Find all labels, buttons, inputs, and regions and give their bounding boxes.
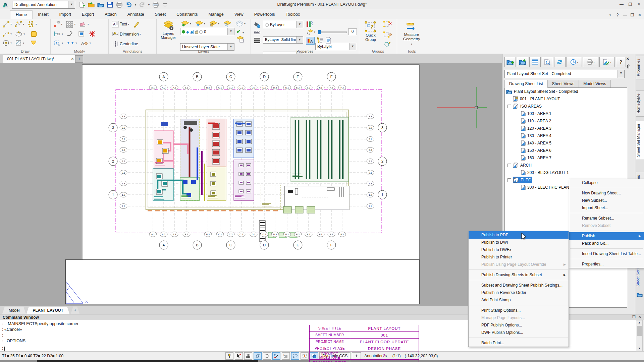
cone-icon[interactable] [30, 39, 37, 47]
converge-icon[interactable] [66, 39, 75, 47]
ribbon-tab-toolbox[interactable]: Toolbox [280, 10, 305, 19]
new-document-tab-button[interactable]: + [75, 55, 83, 63]
tree-item-160-area-7[interactable]: 160 - AREA 7 [505, 154, 627, 162]
panel-tab-sheet-views[interactable]: Sheet Views [547, 80, 579, 88]
grid-toggle[interactable] [244, 352, 252, 360]
layer-combo[interactable]: ◆ ◆ 0 ▼ [180, 28, 234, 35]
polygon-icon[interactable] [30, 30, 37, 38]
hatch-caret-icon[interactable]: ▾ [23, 42, 24, 45]
menu-item-new-drawing-sheet[interactable]: New Drawing Sheet... [569, 189, 644, 197]
close-button[interactable]: ✕ [635, 0, 643, 9]
layer-transparency-caret-icon[interactable]: ▾ [314, 31, 315, 34]
scroll-up-icon[interactable]: ▲ [636, 320, 642, 325]
color-combo-caret-icon[interactable]: ▼ [296, 21, 303, 28]
esnap-toggle[interactable]: E [272, 352, 280, 360]
annotation-note-icon[interactable] [316, 37, 323, 45]
converge-caret-icon[interactable]: ▾ [75, 42, 77, 45]
line-icon[interactable] [2, 20, 10, 28]
snap-toggle[interactable] [225, 352, 233, 360]
menu-item-new-subset[interactable]: New Subset... [569, 197, 644, 204]
ellipse-caret-icon[interactable]: ▾ [23, 33, 25, 36]
side-tab-properties[interactable]: Properties [636, 56, 644, 79]
linestyle-tool-icon[interactable] [254, 30, 261, 36]
layer-apply-icon[interactable]: ✔ [236, 28, 241, 35]
ortho-toggle[interactable] [254, 352, 262, 360]
text-caret-icon[interactable]: ▾ [128, 23, 129, 26]
center-mark-icon[interactable] [53, 39, 61, 47]
layers-manager-button[interactable]: Layers Manager [159, 20, 178, 40]
quick-group-button[interactable]: Quick Group [360, 20, 381, 42]
tab-model[interactable]: Model [2, 307, 26, 315]
ellipse-icon[interactable] [15, 30, 23, 38]
tree-item-140-area-5[interactable]: 140 - AREA 5 [505, 139, 627, 147]
side-tab-sheet-set-manager[interactable]: Sheet Set Manager [636, 121, 644, 160]
text-icon[interactable]: A [112, 21, 119, 27]
edit-group-icon[interactable] [383, 31, 392, 39]
frame-toggle[interactable] [301, 352, 309, 360]
panel-close-icon[interactable]: ✕ [626, 56, 630, 61]
ribbon-tab-import[interactable]: Import [54, 10, 76, 19]
tree-item-130-area-4[interactable]: 130 - AREA 4 [505, 132, 627, 139]
transparency-input[interactable]: 0 [348, 28, 357, 35]
panel-pin-icon[interactable] [626, 64, 630, 70]
sheet-set-dropdown-caret-icon[interactable]: ▼ [618, 70, 624, 78]
image-frame-icon[interactable] [77, 30, 86, 38]
layer-preview-icon[interactable] [235, 20, 244, 26]
layer-lock-icon[interactable] [209, 20, 217, 26]
tree-item-arch[interactable]: ARCH [505, 162, 627, 169]
center-mark-caret-icon[interactable]: ▾ [62, 42, 63, 45]
color-combo[interactable]: ByLayer ▼ [263, 21, 303, 28]
ungroup-icon[interactable] [383, 20, 392, 29]
sheet-set-dropdown[interactable]: Plant Layout Sheet Set - Completed ▼ [504, 70, 625, 78]
ribbon-tab-export[interactable]: Export [76, 10, 99, 19]
menu-item-rename-subset[interactable]: Rename Subset... [569, 215, 644, 222]
ribbon-tab-insert[interactable]: Insert [33, 10, 54, 19]
delete-caret-icon[interactable]: ▾ [88, 23, 89, 26]
ribbon-tab-view[interactable]: View [229, 10, 249, 19]
layer-find-icon[interactable] [223, 20, 231, 26]
sheet-list-table-button[interactable] [529, 57, 541, 67]
layer-hide-caret-icon[interactable]: ▾ [190, 22, 191, 25]
dimension-icon[interactable] [112, 31, 119, 38]
menu-item-publish-to-dwf[interactable]: Publish to DWF [469, 239, 569, 246]
centerline-label[interactable]: Centerline [120, 42, 138, 46]
delete-icon[interactable] [79, 20, 87, 28]
edit-annotation-caret-icon[interactable]: ▾ [90, 42, 91, 45]
panel-help-button[interactable]: ? [616, 57, 626, 67]
dimension-caret-icon[interactable]: ▾ [140, 33, 141, 36]
text-label[interactable]: Text [120, 22, 127, 26]
color-tool-icon[interactable] [254, 21, 261, 29]
open-sheet-set-button[interactable] [517, 57, 528, 67]
minimize-button[interactable]: — [617, 0, 626, 9]
menu-item-import-sheet[interactable]: Import Sheet... [569, 204, 644, 212]
transparency-slider-handle[interactable] [318, 30, 321, 34]
tree-item-100-area-1[interactable]: 100 - AREA 1 [505, 110, 627, 117]
layer-combo-caret-icon[interactable]: ▼ [227, 28, 234, 35]
etrack-toggle[interactable]: E [282, 352, 290, 360]
explode-icon[interactable] [89, 30, 96, 38]
panel-tab-drawing-sheet-list[interactable]: Drawing Sheet List [504, 80, 548, 88]
measure-caret-icon[interactable]: ▾ [411, 42, 412, 46]
ribbon-tab-manage[interactable]: Manage [203, 10, 229, 19]
lineweight-tool-icon[interactable] [254, 37, 261, 44]
annotation-scale-button[interactable]: A [306, 37, 315, 45]
menu-item-batch-print[interactable]: Batch Print... [469, 339, 569, 347]
centerline-icon[interactable] [112, 41, 119, 47]
ribbon-tab-annotate[interactable]: Annotate [122, 10, 150, 19]
menu-item-pdf-publish-options[interactable]: PDF Publish Options... [469, 321, 569, 329]
panel-tab-model-views[interactable]: Model Views [579, 80, 611, 88]
menu-item-pack-and-go[interactable]: Pack and Go... [569, 240, 644, 247]
circle-caret-icon[interactable]: ▾ [10, 42, 12, 45]
maximize-button[interactable]: ❐ [626, 0, 635, 9]
panel-publish-button[interactable]: ▾ [599, 57, 615, 67]
point-icon[interactable] [28, 20, 35, 28]
menu-item-add-print-stamp[interactable]: Add Print Stamp [469, 296, 569, 304]
edit-polyline-icon[interactable] [66, 30, 74, 38]
note-pencil-icon[interactable] [133, 21, 140, 27]
menu-item-publish-drawing-sheets-in-subset[interactable]: Publish Drawing Sheets in Subset▶ [469, 271, 569, 279]
history-button[interactable]: ▾ [567, 57, 582, 67]
edit-annotation-icon[interactable]: A [80, 39, 89, 47]
stretch-icon[interactable] [53, 30, 61, 38]
group-arrow-icon[interactable] [383, 41, 392, 48]
document-tab-close-icon[interactable]: ✕ [71, 55, 74, 63]
